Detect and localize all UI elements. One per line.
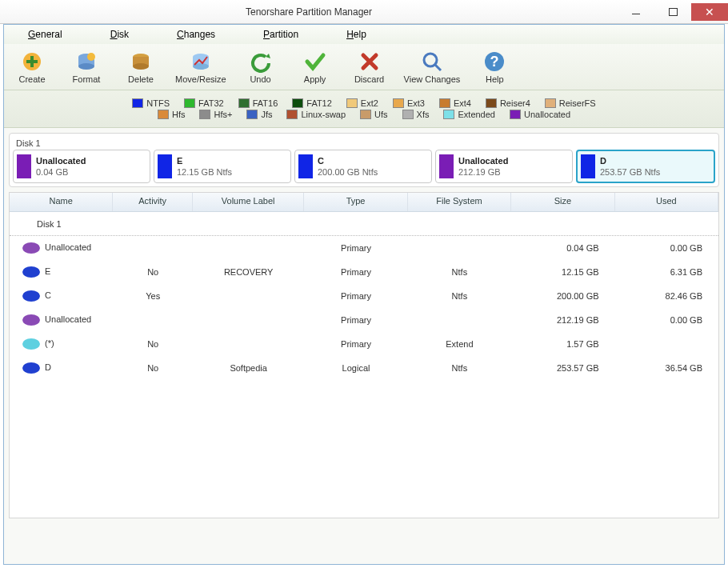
moveresize-button[interactable]: Move/Resize	[175, 50, 226, 84]
col-volume-label[interactable]: Volume Label	[193, 193, 304, 211]
legend-fat12: FAT12	[292, 98, 332, 108]
svg-point-7	[133, 63, 149, 70]
maximize-button[interactable]	[654, 3, 691, 21]
partition-icon	[22, 314, 40, 326]
table-row[interactable]: UnallocatedPrimary0.04 GB0.00 GB	[10, 236, 718, 260]
partition-card-2[interactable]: C200.00 GB Ntfs	[294, 150, 432, 183]
menubar: GeneralDiskChangesPartitionHelp	[4, 25, 724, 44]
partition-color-icon	[298, 154, 313, 178]
partition-card-1[interactable]: E12.15 GB Ntfs	[154, 150, 291, 183]
legend-jfs: Jfs	[246, 110, 272, 119]
partition-icon	[22, 362, 40, 374]
partition-table: Name Activity Volume Label Type File Sys…	[9, 192, 719, 518]
svg-point-11	[424, 54, 437, 66]
legend-unallocated: Unallocated	[510, 110, 570, 119]
menu-general[interactable]: General	[4, 29, 86, 40]
table-row[interactable]: UnallocatedPrimary212.19 GB0.00 GB	[10, 308, 718, 332]
legend-ufs: Ufs	[360, 110, 388, 119]
help-button[interactable]: ?Help	[474, 50, 514, 84]
minimize-button[interactable]	[618, 3, 654, 21]
svg-text:?: ?	[490, 54, 499, 70]
partition-color-icon	[17, 154, 31, 178]
legend-extended: Extended	[443, 110, 494, 119]
discard-icon	[358, 50, 381, 73]
titlebar: Tenorshare Partition Manager ✕	[0, 0, 728, 24]
table-row[interactable]: ENoRECOVERYPrimaryNtfs12.15 GB6.31 GB	[10, 260, 718, 284]
format-icon	[75, 50, 98, 73]
col-name[interactable]: Name	[10, 193, 113, 211]
col-filesystem[interactable]: File System	[408, 193, 511, 211]
partition-icon	[22, 290, 40, 302]
legend-reiser4: Reiser4	[486, 98, 530, 108]
partition-color-icon	[439, 154, 454, 178]
partition-card-3[interactable]: Unallocated212.19 GB	[435, 150, 573, 183]
partition-color-icon	[581, 154, 595, 178]
table-row[interactable]: (*)NoPrimaryExtend1.57 GB	[10, 332, 718, 356]
create-icon	[21, 50, 43, 73]
col-activity[interactable]: Activity	[113, 193, 193, 211]
legend-ext2: Ext2	[346, 98, 378, 108]
delete-button[interactable]: Delete	[121, 50, 161, 84]
svg-point-4	[87, 53, 95, 61]
legend-linux-swap: Linux-swap	[286, 110, 346, 119]
apply-icon	[304, 50, 326, 73]
menu-partition[interactable]: Partition	[239, 29, 322, 40]
table-row[interactable]: DNoSoftpediaLogicalNtfs253.57 GB36.54 GB	[10, 356, 718, 380]
viewchanges-icon	[421, 50, 443, 73]
legend-hfs+: Hfs+	[199, 110, 232, 119]
help-icon: ?	[483, 50, 506, 73]
disk-row[interactable]: Disk 1	[10, 212, 718, 236]
disk-map: Disk 1 Unallocated0.04 GBE12.15 GB NtfsC…	[9, 133, 719, 187]
menu-disk[interactable]: Disk	[86, 29, 153, 40]
legend-hfs: Hfs	[158, 110, 186, 119]
legend-ext4: Ext4	[439, 98, 471, 108]
toolbar: CreateFormatDeleteMove/ResizeUndoApplyDi…	[4, 44, 724, 90]
menu-help[interactable]: Help	[322, 29, 390, 40]
col-type[interactable]: Type	[304, 193, 407, 211]
legend-reiserfs: ReiserFS	[545, 98, 596, 108]
svg-point-3	[78, 63, 94, 70]
table-row[interactable]: CYesPrimaryNtfs200.00 GB82.46 GB	[10, 284, 718, 308]
table-header: Name Activity Volume Label Type File Sys…	[10, 193, 718, 212]
partition-card-0[interactable]: Unallocated0.04 GB	[13, 150, 150, 183]
partition-color-icon	[158, 154, 172, 178]
window-title: Tenorshare Partition Manager	[0, 6, 618, 18]
close-button[interactable]: ✕	[691, 3, 728, 21]
partition-card-4[interactable]: D253.57 GB Ntfs	[576, 150, 715, 183]
partition-icon	[22, 242, 40, 254]
legend-ntfs: NTFS	[132, 98, 170, 108]
format-button[interactable]: Format	[66, 50, 106, 84]
partition-icon	[22, 338, 40, 350]
disk-label: Disk 1	[13, 137, 715, 150]
legend-ext3: Ext3	[393, 98, 425, 108]
moveresize-icon	[190, 50, 212, 73]
col-used[interactable]: Used	[615, 193, 718, 211]
menu-changes[interactable]: Changes	[153, 29, 239, 40]
filesystem-legend: NTFSFAT32FAT16FAT12Ext2Ext3Ext4Reiser4Re…	[4, 90, 724, 128]
legend-xfs: Xfs	[402, 110, 430, 119]
viewchanges-button[interactable]: View Changes	[404, 50, 461, 84]
discard-button[interactable]: Discard	[350, 50, 390, 84]
apply-button[interactable]: Apply	[295, 50, 335, 84]
create-button[interactable]: Create	[12, 50, 52, 84]
delete-icon	[130, 50, 152, 73]
undo-icon	[250, 50, 272, 73]
col-size[interactable]: Size	[511, 193, 614, 211]
legend-fat16: FAT16	[238, 98, 278, 108]
undo-button[interactable]: Undo	[241, 50, 281, 84]
partition-icon	[22, 266, 40, 278]
legend-fat32: FAT32	[184, 98, 224, 108]
svg-line-12	[435, 65, 441, 70]
